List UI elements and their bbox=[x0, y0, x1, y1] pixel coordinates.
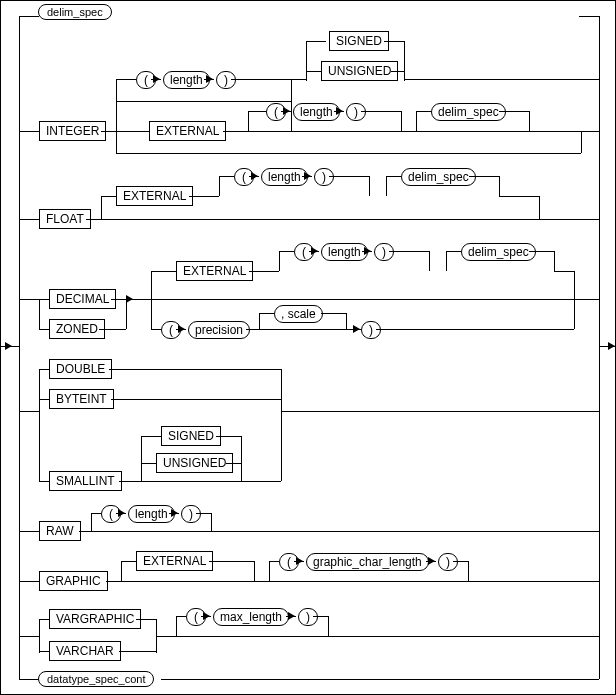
external-keyword: EXTERNAL bbox=[149, 121, 226, 141]
unsigned-keyword: UNSIGNED bbox=[321, 61, 398, 81]
precision-term: precision bbox=[188, 321, 250, 339]
decimal-keyword: DECIMAL bbox=[49, 289, 116, 309]
length-term: length bbox=[321, 243, 368, 261]
signed-keyword: SIGNED bbox=[161, 426, 221, 446]
top-link-delim-spec: delim_spec bbox=[38, 4, 112, 20]
raw-keyword: RAW bbox=[39, 521, 81, 541]
graphic-keyword: GRAPHIC bbox=[39, 571, 108, 591]
float-keyword: FLOAT bbox=[39, 209, 91, 229]
length-term: length bbox=[261, 168, 308, 186]
rparen-icon: ) bbox=[374, 243, 394, 261]
rparen-icon: ) bbox=[346, 103, 366, 121]
rparen-icon: ) bbox=[216, 71, 236, 89]
external-keyword: EXTERNAL bbox=[116, 186, 193, 206]
smallint-keyword: SMALLINT bbox=[49, 471, 122, 491]
length-term: length bbox=[163, 71, 210, 89]
vargraphic-keyword: VARGRAPHIC bbox=[49, 609, 141, 629]
double-keyword: DOUBLE bbox=[49, 359, 112, 379]
rparen-icon: ) bbox=[438, 553, 458, 571]
length-term: length bbox=[293, 103, 340, 121]
delim-spec-term: delim_spec bbox=[401, 168, 476, 186]
signed-keyword: SIGNED bbox=[329, 31, 389, 51]
graphic-char-length-term: graphic_char_length bbox=[306, 553, 429, 571]
unsigned-keyword: UNSIGNED bbox=[156, 453, 233, 473]
bottom-link-datatype-spec-cont: datatype_spec_cont bbox=[38, 671, 154, 687]
rparen-icon: ) bbox=[181, 505, 201, 523]
syntax-diagram: delim_spec INTEGER ( length ) SIGNED UNS… bbox=[0, 0, 616, 695]
rparen-icon: ) bbox=[361, 321, 381, 339]
byteint-keyword: BYTEINT bbox=[49, 389, 114, 409]
scale-term: , scale bbox=[274, 305, 323, 323]
zoned-keyword: ZONED bbox=[49, 319, 105, 339]
varchar-keyword: VARCHAR bbox=[49, 641, 121, 661]
delim-spec-term: delim_spec bbox=[461, 243, 536, 261]
rparen-icon: ) bbox=[298, 608, 318, 626]
integer-keyword: INTEGER bbox=[39, 121, 106, 141]
external-keyword: EXTERNAL bbox=[136, 551, 213, 571]
length-term: length bbox=[128, 505, 175, 523]
external-keyword: EXTERNAL bbox=[176, 261, 253, 281]
rparen-icon: ) bbox=[314, 168, 334, 186]
max-length-term: max_length bbox=[213, 608, 289, 626]
delim-spec-term: delim_spec bbox=[431, 103, 506, 121]
